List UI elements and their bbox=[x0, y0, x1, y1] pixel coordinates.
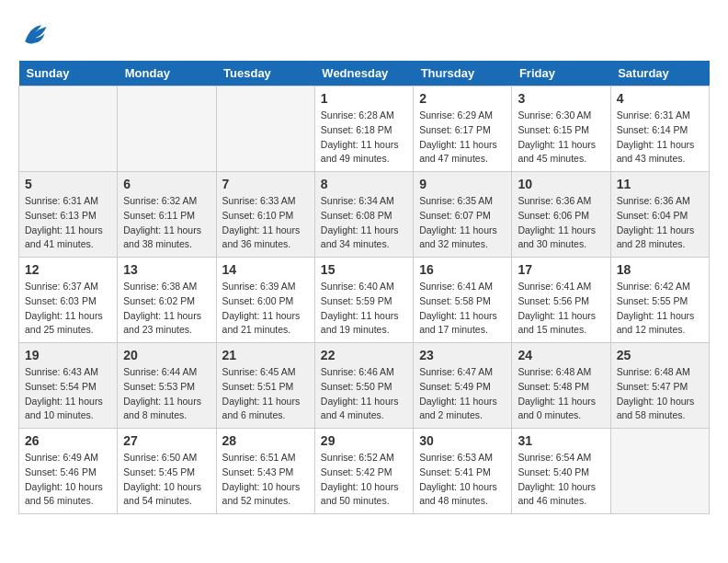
calendar-cell bbox=[610, 429, 709, 514]
day-number: 21 bbox=[222, 348, 309, 362]
day-number: 1 bbox=[321, 91, 407, 106]
day-number: 19 bbox=[25, 348, 111, 362]
day-info: Sunrise: 6:48 AM Sunset: 5:48 PM Dayligh… bbox=[518, 365, 604, 423]
day-number: 16 bbox=[419, 262, 506, 277]
calendar-cell: 15Sunrise: 6:40 AM Sunset: 5:59 PM Dayli… bbox=[314, 258, 413, 343]
day-info: Sunrise: 6:41 AM Sunset: 5:56 PM Dayligh… bbox=[518, 280, 604, 338]
calendar-cell bbox=[19, 86, 118, 172]
calendar-cell: 17Sunrise: 6:41 AM Sunset: 5:56 PM Dayli… bbox=[512, 258, 610, 343]
day-number: 29 bbox=[321, 433, 407, 448]
calendar-cell: 24Sunrise: 6:48 AM Sunset: 5:48 PM Dayli… bbox=[512, 343, 610, 429]
day-number: 14 bbox=[222, 262, 309, 277]
calendar-cell: 9Sunrise: 6:35 AM Sunset: 6:07 PM Daylig… bbox=[414, 172, 512, 258]
day-info: Sunrise: 6:42 AM Sunset: 5:55 PM Dayligh… bbox=[617, 280, 703, 338]
day-number: 9 bbox=[419, 177, 506, 191]
calendar-cell: 29Sunrise: 6:52 AM Sunset: 5:42 PM Dayli… bbox=[314, 429, 413, 514]
day-info: Sunrise: 6:34 AM Sunset: 6:08 PM Dayligh… bbox=[321, 194, 407, 252]
day-number: 31 bbox=[518, 433, 604, 448]
day-info: Sunrise: 6:37 AM Sunset: 6:03 PM Dayligh… bbox=[25, 280, 111, 338]
day-info: Sunrise: 6:51 AM Sunset: 5:43 PM Dayligh… bbox=[222, 451, 309, 509]
page-header bbox=[18, 18, 710, 52]
day-number: 20 bbox=[123, 348, 210, 362]
day-info: Sunrise: 6:31 AM Sunset: 6:13 PM Dayligh… bbox=[25, 194, 111, 252]
day-number: 17 bbox=[518, 262, 604, 277]
day-info: Sunrise: 6:41 AM Sunset: 5:58 PM Dayligh… bbox=[419, 280, 506, 338]
day-number: 12 bbox=[25, 262, 111, 277]
day-number: 6 bbox=[123, 177, 210, 191]
calendar-cell: 13Sunrise: 6:38 AM Sunset: 6:02 PM Dayli… bbox=[118, 258, 216, 343]
col-header-thursday: Thursday bbox=[414, 61, 512, 86]
calendar-cell: 3Sunrise: 6:30 AM Sunset: 6:15 PM Daylig… bbox=[512, 86, 610, 172]
calendar-cell: 8Sunrise: 6:34 AM Sunset: 6:08 PM Daylig… bbox=[314, 172, 413, 258]
day-info: Sunrise: 6:52 AM Sunset: 5:42 PM Dayligh… bbox=[321, 451, 407, 509]
calendar-cell: 11Sunrise: 6:36 AM Sunset: 6:04 PM Dayli… bbox=[610, 172, 709, 258]
calendar-cell bbox=[118, 86, 216, 172]
day-info: Sunrise: 6:30 AM Sunset: 6:15 PM Dayligh… bbox=[518, 109, 604, 167]
calendar-cell: 6Sunrise: 6:32 AM Sunset: 6:11 PM Daylig… bbox=[118, 172, 216, 258]
day-info: Sunrise: 6:36 AM Sunset: 6:06 PM Dayligh… bbox=[518, 194, 604, 252]
day-number: 22 bbox=[321, 348, 407, 362]
calendar-cell: 23Sunrise: 6:47 AM Sunset: 5:49 PM Dayli… bbox=[414, 343, 512, 429]
day-info: Sunrise: 6:45 AM Sunset: 5:51 PM Dayligh… bbox=[222, 365, 309, 423]
calendar-cell: 18Sunrise: 6:42 AM Sunset: 5:55 PM Dayli… bbox=[610, 258, 709, 343]
calendar-cell: 1Sunrise: 6:28 AM Sunset: 6:18 PM Daylig… bbox=[314, 86, 413, 172]
day-number: 18 bbox=[617, 262, 703, 277]
calendar-cell: 28Sunrise: 6:51 AM Sunset: 5:43 PM Dayli… bbox=[216, 429, 314, 514]
calendar-cell: 10Sunrise: 6:36 AM Sunset: 6:06 PM Dayli… bbox=[512, 172, 610, 258]
day-info: Sunrise: 6:50 AM Sunset: 5:45 PM Dayligh… bbox=[123, 451, 210, 509]
day-number: 28 bbox=[222, 433, 309, 448]
day-number: 24 bbox=[518, 348, 604, 362]
day-number: 8 bbox=[321, 177, 407, 191]
day-number: 27 bbox=[123, 433, 210, 448]
calendar-cell: 26Sunrise: 6:49 AM Sunset: 5:46 PM Dayli… bbox=[19, 429, 118, 514]
day-info: Sunrise: 6:54 AM Sunset: 5:40 PM Dayligh… bbox=[518, 451, 604, 509]
calendar-cell: 25Sunrise: 6:48 AM Sunset: 5:47 PM Dayli… bbox=[610, 343, 709, 429]
day-info: Sunrise: 6:33 AM Sunset: 6:10 PM Dayligh… bbox=[222, 194, 309, 252]
day-number: 5 bbox=[25, 177, 111, 191]
calendar-cell: 22Sunrise: 6:46 AM Sunset: 5:50 PM Dayli… bbox=[314, 343, 413, 429]
day-number: 25 bbox=[617, 348, 703, 362]
day-number: 30 bbox=[419, 433, 506, 448]
calendar-cell: 21Sunrise: 6:45 AM Sunset: 5:51 PM Dayli… bbox=[216, 343, 314, 429]
calendar-cell: 14Sunrise: 6:39 AM Sunset: 6:00 PM Dayli… bbox=[216, 258, 314, 343]
calendar-cell: 20Sunrise: 6:44 AM Sunset: 5:53 PM Dayli… bbox=[118, 343, 216, 429]
day-info: Sunrise: 6:53 AM Sunset: 5:41 PM Dayligh… bbox=[419, 451, 506, 509]
day-info: Sunrise: 6:48 AM Sunset: 5:47 PM Dayligh… bbox=[617, 365, 703, 423]
day-number: 26 bbox=[25, 433, 111, 448]
calendar-cell: 5Sunrise: 6:31 AM Sunset: 6:13 PM Daylig… bbox=[19, 172, 118, 258]
calendar-cell: 7Sunrise: 6:33 AM Sunset: 6:10 PM Daylig… bbox=[216, 172, 314, 258]
day-info: Sunrise: 6:38 AM Sunset: 6:02 PM Dayligh… bbox=[123, 280, 210, 338]
day-number: 10 bbox=[518, 177, 604, 191]
day-number: 2 bbox=[419, 91, 506, 106]
calendar-cell: 2Sunrise: 6:29 AM Sunset: 6:17 PM Daylig… bbox=[414, 86, 512, 172]
calendar-cell: 27Sunrise: 6:50 AM Sunset: 5:45 PM Dayli… bbox=[118, 429, 216, 514]
col-header-saturday: Saturday bbox=[610, 61, 709, 86]
col-header-tuesday: Tuesday bbox=[216, 61, 314, 86]
col-header-wednesday: Wednesday bbox=[314, 61, 413, 86]
day-number: 13 bbox=[123, 262, 210, 277]
col-header-monday: Monday bbox=[118, 61, 216, 86]
day-info: Sunrise: 6:39 AM Sunset: 6:00 PM Dayligh… bbox=[222, 280, 309, 338]
day-info: Sunrise: 6:43 AM Sunset: 5:54 PM Dayligh… bbox=[25, 365, 111, 423]
col-header-friday: Friday bbox=[512, 61, 610, 86]
day-number: 7 bbox=[222, 177, 309, 191]
day-info: Sunrise: 6:32 AM Sunset: 6:11 PM Dayligh… bbox=[123, 194, 210, 252]
day-info: Sunrise: 6:49 AM Sunset: 5:46 PM Dayligh… bbox=[25, 451, 111, 509]
logo bbox=[18, 18, 55, 52]
day-number: 11 bbox=[617, 177, 703, 191]
calendar-table: SundayMondayTuesdayWednesdayThursdayFrid… bbox=[18, 61, 710, 514]
calendar-cell: 4Sunrise: 6:31 AM Sunset: 6:14 PM Daylig… bbox=[610, 86, 709, 172]
day-number: 15 bbox=[321, 262, 407, 277]
day-info: Sunrise: 6:31 AM Sunset: 6:14 PM Dayligh… bbox=[617, 109, 703, 167]
header-row: SundayMondayTuesdayWednesdayThursdayFrid… bbox=[19, 61, 710, 86]
calendar-cell: 16Sunrise: 6:41 AM Sunset: 5:58 PM Dayli… bbox=[414, 258, 512, 343]
day-info: Sunrise: 6:46 AM Sunset: 5:50 PM Dayligh… bbox=[321, 365, 407, 423]
day-number: 23 bbox=[419, 348, 506, 362]
calendar-cell: 30Sunrise: 6:53 AM Sunset: 5:41 PM Dayli… bbox=[414, 429, 512, 514]
day-info: Sunrise: 6:35 AM Sunset: 6:07 PM Dayligh… bbox=[419, 194, 506, 252]
day-info: Sunrise: 6:28 AM Sunset: 6:18 PM Dayligh… bbox=[321, 109, 407, 167]
day-info: Sunrise: 6:29 AM Sunset: 6:17 PM Dayligh… bbox=[419, 109, 506, 167]
day-info: Sunrise: 6:44 AM Sunset: 5:53 PM Dayligh… bbox=[123, 365, 210, 423]
day-info: Sunrise: 6:36 AM Sunset: 6:04 PM Dayligh… bbox=[617, 194, 703, 252]
day-info: Sunrise: 6:47 AM Sunset: 5:49 PM Dayligh… bbox=[419, 365, 506, 423]
